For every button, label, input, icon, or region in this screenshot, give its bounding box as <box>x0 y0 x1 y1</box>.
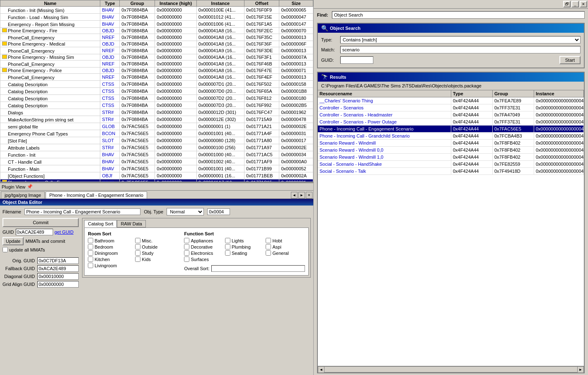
table-row[interactable]: Phone Emergency - Fire OBJD 0x7F0884BA 0… <box>0 28 313 34</box>
cell-inst-high: 0x00000000 <box>155 81 196 88</box>
list-item[interactable]: Social - Scenario - HandShake 0x4F424A44… <box>318 161 584 168</box>
table-row[interactable]: Phone - Incoming Call - Engagemen... OBJ… <box>0 179 313 182</box>
table-row[interactable]: MakeActionString prim string set STR# 0x… <box>0 116 313 123</box>
table-row[interactable]: PhoneCall_Emergency NREF 0x7F0884BA 0x00… <box>0 34 313 41</box>
objtype-select[interactable]: Normal <box>167 208 204 215</box>
col-offset[interactable]: Offset <box>244 0 279 7</box>
list-item[interactable]: __Charles' Scenario Thing 0x4F424A44 0x7… <box>318 97 584 104</box>
list-item[interactable]: Scenario Reward - Windmill 0,0 0x4F424A4… <box>318 147 584 154</box>
overall-sort-input[interactable] <box>211 265 305 272</box>
catalog-sort-tab[interactable]: Catalog Sort <box>84 220 117 227</box>
room-diningroom: Diningroom <box>88 250 133 256</box>
cell-offset: 0x0176F812 <box>244 95 279 102</box>
win-restore-btn[interactable]: 🗗 <box>563 1 571 7</box>
result-col-name[interactable]: Resourcename <box>318 90 451 97</box>
table-row[interactable]: CT - Handle Call BHAV 0x7FAC56E5 0x00000… <box>0 158 313 165</box>
col-instance[interactable]: Instance <box>196 0 244 7</box>
tab-close-btn[interactable]: ✕ <box>306 192 312 198</box>
scroll-right-btn[interactable]: ► <box>577 366 584 373</box>
col-size[interactable]: Size <box>279 0 313 7</box>
cell-offset: 0x0176F2EC <box>244 28 279 34</box>
col-inst-high[interactable]: Instance (high) <box>155 0 196 7</box>
list-item[interactable]: Phone - Incoming Call - Grandchild Scena… <box>318 133 584 140</box>
scroll-track[interactable] <box>324 366 577 373</box>
col-group[interactable]: Group <box>120 0 155 7</box>
commit-button[interactable]: Commit <box>2 218 79 227</box>
table-row[interactable]: Emergency - Report Sim Missing BHAV 0x7F… <box>0 21 313 28</box>
col-name[interactable]: Name <box>0 0 100 7</box>
scroll-left-btn[interactable]: ◄ <box>318 366 324 373</box>
cell-name: Phone Emergency - Medical <box>0 41 100 47</box>
table-row[interactable]: PhoneCall_Emergency NREF 0x7F0884BA 0x00… <box>0 74 313 81</box>
match-input[interactable] <box>340 46 581 53</box>
list-item[interactable]: Scenario Reward - Windmill 0x4F424A44 0x… <box>318 140 584 147</box>
cell-inst-high: 0x00000000 <box>155 54 196 60</box>
right-top-bar: 🗗 _ ✕ <box>314 0 588 9</box>
table-row[interactable]: PhoneCall_Emergency NREF 0x7F0884BA 0x00… <box>0 47 313 54</box>
cell-offset: 0x01771AC5 <box>244 151 279 158</box>
col-type[interactable]: Type <box>100 0 120 7</box>
list-item[interactable]: Controller - Scenarios - Headmaster 0x4F… <box>318 111 584 119</box>
table-scroll[interactable]: Name Type Group Instance (high) Instance… <box>0 0 313 181</box>
raw-data-tab[interactable]: RAW Data <box>117 220 146 227</box>
tab-next-btn[interactable]: ► <box>298 192 305 198</box>
cell-inst-high: 0x00000000 <box>155 34 196 41</box>
type-select[interactable]: Contains [match] <box>340 36 581 44</box>
result-col-group[interactable]: Group <box>493 90 534 97</box>
table-row[interactable]: Function - Init BHAV 0x7FAC56E5 0x000000… <box>0 151 313 158</box>
table-row[interactable]: Catalog Description CTSS 0x7F0884BA 0x00… <box>0 88 313 95</box>
cell-offset: 0x017715A9 <box>244 116 279 123</box>
grid-align-guid-input[interactable] <box>37 281 79 288</box>
table-row[interactable]: Phone Emergency - Police OBJD 0x7F0884BA… <box>0 68 313 74</box>
list-item[interactable]: Scenario Reward - Windmill 1,0 0x4F424A4… <box>318 154 584 161</box>
table-row[interactable]: Phone Emergency - Medical OBJD 0x7F0884B… <box>0 41 313 47</box>
guid-input[interactable] <box>16 229 53 235</box>
orig-guid-input[interactable] <box>37 257 79 264</box>
table-row[interactable]: Function - Main BHAV 0x7FAC56E5 0x000000… <box>0 165 313 172</box>
guid-search-input[interactable] <box>340 56 373 64</box>
table-row[interactable]: semi global file GLOB 0x7FAC56E5 0x00000… <box>0 123 313 130</box>
update-button[interactable]: Update <box>2 237 24 245</box>
cell-type: STR# <box>100 109 120 116</box>
table-row[interactable]: Function - Load - Missing Sim BHAV 0x7F0… <box>0 14 313 21</box>
result-group: 0x7F8FB402 <box>493 154 534 160</box>
tab-image[interactable]: jpg/tga/png Image <box>1 191 45 198</box>
fallback-guid-input[interactable] <box>37 265 79 272</box>
result-name: Scenario Reward - Windmill 1,0 <box>318 154 451 160</box>
cell-inst-high: 0x00000000 <box>155 74 196 81</box>
table-row[interactable]: Dialogs STR# 0x7F0884BA 0x00000000 0x000… <box>0 109 313 116</box>
update-all-checkbox[interactable] <box>2 247 8 252</box>
result-col-type[interactable]: Type <box>451 90 493 97</box>
list-item[interactable]: Social - Scenario - Talk 0x4F424A44 0x7F… <box>318 168 584 175</box>
table-row[interactable]: PhoneCall_Emergency NREF 0x7F0884BA 0x00… <box>0 60 313 68</box>
cell-instance: 0x0000100E (41... <box>196 7 244 14</box>
list-item[interactable]: Controller - Scenarios - Power Outage 0x… <box>318 119 584 126</box>
list-item[interactable]: Controller - Scenarios 0x4F424A44 0x7FF3… <box>318 104 584 111</box>
tab-prev-btn[interactable]: ◄ <box>291 192 298 198</box>
func-general: General <box>266 250 305 256</box>
cell-instance: 0x0000012D (301) <box>196 109 244 116</box>
table-row[interactable]: Catalog Description CTSS 0x7F0884BA 0x00… <box>0 81 313 88</box>
guid-search-label: GUID: <box>321 58 338 63</box>
start-button[interactable]: Start <box>559 56 581 64</box>
table-row[interactable]: Function - Init (Missing Sim) BHAV 0x7F0… <box>0 7 313 14</box>
table-row[interactable]: [Object Functions] OBJf 0x7FAC56E5 0x000… <box>0 172 313 179</box>
tab-phone-scenario[interactable]: Phone - Incoming Call - Engagement Scena… <box>46 191 147 198</box>
table-row[interactable]: Attribute Labels STR# 0x7FAC56E5 0x00000… <box>0 144 313 151</box>
win-close-btn[interactable]: ✕ <box>580 1 587 7</box>
get-guid-link[interactable]: get GUID <box>55 230 74 235</box>
list-item[interactable]: Phone - Incoming Call - Engagement Scena… <box>318 126 584 133</box>
table-row[interactable]: Phone Emergency - Missing Sim OBJD 0x7F0… <box>0 54 313 60</box>
filename-input[interactable] <box>24 208 140 215</box>
table-row[interactable]: [Slot File] SLOT 0x7FAC56E5 0x00000000 0… <box>0 137 313 144</box>
table-row[interactable]: Catalog Description CTSS 0x7F0884BA 0x00… <box>0 102 313 109</box>
result-col-instance[interactable]: Instance <box>534 90 584 97</box>
win-minimize-btn[interactable]: _ <box>571 1 579 7</box>
find-input[interactable] <box>332 11 585 19</box>
diagonal-guid-input[interactable] <box>37 273 79 280</box>
objtype-hex-input[interactable] <box>207 208 230 215</box>
cell-offset: 0x0176F992 <box>244 102 279 109</box>
table-row[interactable]: Catalog Description CTSS 0x7F0884BA 0x00… <box>0 95 313 102</box>
results-body[interactable]: __Charles' Scenario Thing 0x4F424A44 0x7… <box>318 97 584 366</box>
table-row[interactable]: Emergency Phone Call Types BCON 0x7FAC56… <box>0 130 313 137</box>
